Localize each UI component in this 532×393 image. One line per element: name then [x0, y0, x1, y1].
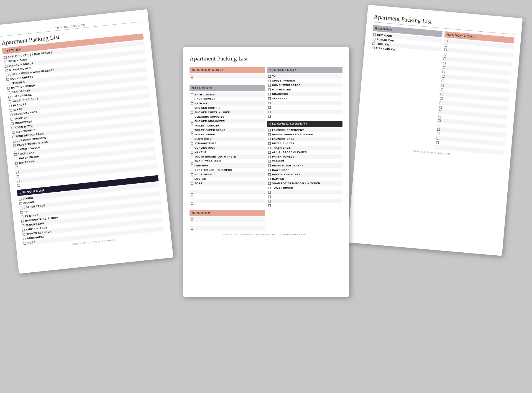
checkbox[interactable] [440, 97, 443, 100]
checkbox[interactable] [16, 166, 18, 169]
checkbox[interactable] [191, 147, 193, 149]
checkbox[interactable] [9, 100, 11, 103]
checkbox[interactable] [268, 142, 271, 145]
checkbox[interactable] [268, 115, 271, 118]
checkbox[interactable] [268, 160, 271, 163]
checkbox[interactable] [15, 158, 17, 160]
checkbox[interactable] [191, 178, 193, 180]
checkbox[interactable] [441, 79, 444, 82]
checkbox[interactable] [268, 204, 271, 207]
checkbox[interactable] [268, 97, 271, 100]
checkbox[interactable] [191, 164, 193, 167]
checkbox[interactable] [442, 75, 445, 78]
checkbox[interactable] [191, 80, 193, 82]
checkbox[interactable] [268, 173, 271, 176]
checkbox[interactable] [439, 110, 442, 113]
checkbox[interactable] [191, 196, 193, 198]
checkbox[interactable] [22, 229, 25, 231]
checkbox[interactable] [191, 111, 193, 114]
checkbox[interactable] [442, 70, 445, 73]
checkbox[interactable] [191, 107, 193, 109]
checkbox[interactable] [11, 126, 14, 129]
checkbox[interactable] [21, 215, 24, 218]
checkbox[interactable] [191, 138, 193, 140]
checkbox[interactable] [268, 178, 271, 180]
checkbox[interactable] [5, 69, 8, 72]
checkbox[interactable] [268, 164, 271, 167]
checkbox[interactable] [19, 198, 22, 201]
checkbox[interactable] [4, 56, 7, 59]
checkbox[interactable] [268, 151, 271, 154]
checkbox[interactable] [191, 204, 193, 207]
checkbox[interactable] [22, 233, 25, 236]
checkbox[interactable] [436, 137, 439, 140]
checkbox[interactable] [12, 131, 15, 134]
checkbox[interactable] [7, 87, 10, 90]
checkbox[interactable] [17, 184, 20, 187]
checkbox[interactable] [268, 75, 271, 78]
checkbox[interactable] [439, 102, 442, 104]
checkbox[interactable] [437, 132, 440, 135]
checkbox[interactable] [191, 116, 193, 118]
checkbox[interactable] [4, 60, 7, 63]
checkbox[interactable] [268, 80, 271, 82]
checkbox[interactable] [436, 141, 439, 144]
checkbox[interactable] [443, 66, 446, 69]
checkbox[interactable] [191, 120, 193, 123]
checkbox[interactable] [9, 109, 12, 112]
checkbox[interactable] [444, 53, 447, 55]
checkbox[interactable] [373, 33, 376, 36]
checkbox[interactable] [6, 73, 9, 76]
checkbox[interactable] [191, 227, 193, 230]
checkbox[interactable] [19, 202, 22, 205]
checkbox[interactable] [191, 160, 193, 163]
checkbox[interactable] [22, 224, 24, 227]
checkbox[interactable] [11, 122, 14, 125]
checkbox[interactable] [191, 142, 193, 145]
checkbox[interactable] [191, 133, 193, 136]
checkbox[interactable] [268, 133, 271, 136]
checkbox[interactable] [9, 105, 12, 107]
checkbox[interactable] [372, 47, 375, 49]
checkbox[interactable] [440, 93, 443, 95]
checkbox[interactable] [24, 242, 26, 245]
checkbox[interactable] [191, 187, 193, 189]
checkbox[interactable] [438, 119, 441, 122]
checkbox[interactable] [268, 129, 271, 131]
checkbox[interactable] [191, 223, 193, 225]
checkbox[interactable] [5, 65, 8, 68]
checkbox[interactable] [21, 220, 24, 222]
checkbox[interactable] [8, 96, 11, 98]
checkbox[interactable] [268, 156, 271, 158]
checkbox[interactable] [20, 211, 23, 214]
checkbox[interactable] [268, 84, 271, 87]
checkbox[interactable] [191, 93, 193, 96]
checkbox[interactable] [191, 102, 193, 105]
checkbox[interactable] [373, 38, 375, 40]
checkbox[interactable] [191, 218, 193, 221]
checkbox[interactable] [443, 62, 446, 64]
checkbox[interactable] [268, 200, 271, 202]
checkbox[interactable] [439, 106, 442, 109]
checkbox[interactable] [441, 88, 444, 91]
checkbox[interactable] [10, 113, 13, 116]
checkbox[interactable] [191, 98, 193, 100]
checkbox[interactable] [23, 237, 26, 240]
checkbox[interactable] [438, 115, 441, 117]
checkbox[interactable] [443, 57, 446, 60]
checkbox[interactable] [268, 147, 271, 149]
checkbox[interactable] [268, 196, 271, 198]
checkbox[interactable] [14, 153, 17, 156]
checkbox[interactable] [268, 187, 271, 189]
checkbox[interactable] [268, 138, 271, 140]
checkbox[interactable] [8, 91, 11, 94]
checkbox[interactable] [436, 146, 438, 148]
checkbox[interactable] [16, 175, 19, 178]
checkbox[interactable] [437, 128, 440, 131]
checkbox[interactable] [438, 123, 440, 126]
checkbox[interactable] [268, 182, 271, 185]
checkbox[interactable] [445, 44, 447, 47]
checkbox[interactable] [13, 144, 16, 147]
checkbox[interactable] [12, 135, 15, 138]
checkbox[interactable] [15, 162, 18, 165]
